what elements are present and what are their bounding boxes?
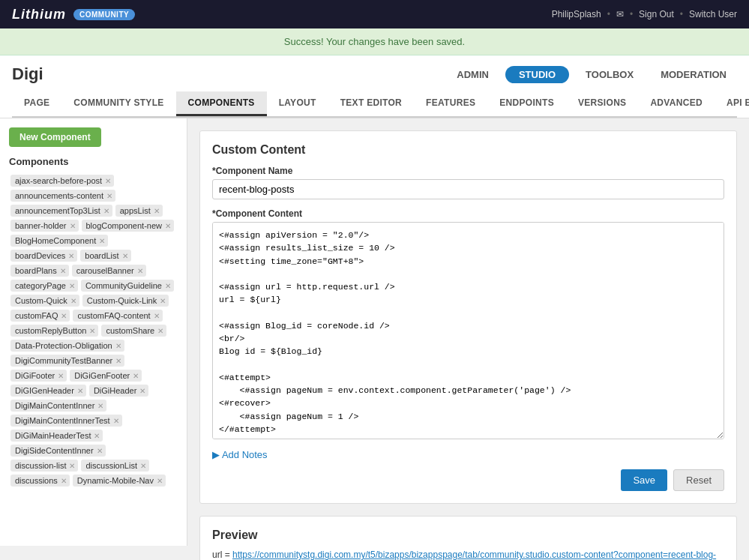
list-item[interactable]: Custom-Quick-Link✕	[82, 295, 169, 307]
list-item[interactable]: DiGiHeader✕	[89, 385, 148, 397]
remove-icon[interactable]: ✕	[97, 402, 103, 410]
list-item[interactable]: carouselBanner✕	[72, 265, 146, 277]
remove-icon[interactable]: ✕	[58, 372, 64, 380]
remove-icon[interactable]: ✕	[97, 447, 103, 455]
list-item[interactable]: appsList✕	[115, 205, 163, 217]
list-item[interactable]: DigiCommunityTestBanner✕	[10, 355, 124, 367]
reset-button[interactable]: Reset	[673, 469, 724, 491]
list-item[interactable]: BlogHomeComponent✕	[10, 235, 108, 247]
username: PhilipSplash	[552, 9, 601, 19]
signout-link[interactable]: Sign Out	[639, 9, 674, 19]
list-item[interactable]: customFAQ✕	[10, 310, 70, 322]
tab-community-style[interactable]: COMMUNITY STYLE	[61, 91, 175, 116]
remove-icon[interactable]: ✕	[165, 222, 171, 230]
tab-text-editor[interactable]: TEXT EDITOR	[328, 91, 414, 116]
list-item[interactable]: DigiSideContentInner✕	[10, 445, 106, 457]
remove-icon[interactable]: ✕	[77, 387, 83, 395]
list-item[interactable]: CommunityGuideline✕	[81, 280, 174, 292]
add-notes-toggle[interactable]: ▶ Add Notes	[212, 449, 724, 460]
tab-versions[interactable]: VERSIONS	[566, 91, 638, 116]
tab-components[interactable]: COMPONENTS	[176, 91, 267, 116]
remove-icon[interactable]: ✕	[103, 207, 109, 215]
list-item[interactable]: customReplyButton✕	[10, 325, 98, 337]
remove-icon[interactable]: ✕	[89, 327, 95, 335]
remove-icon[interactable]: ✕	[115, 342, 121, 350]
list-item[interactable]: blogComponent-new✕	[82, 220, 175, 232]
list-item[interactable]: Data-Protection-Obligation✕	[10, 340, 124, 352]
remove-icon[interactable]: ✕	[154, 312, 160, 320]
sidebar-section-title: Components	[9, 156, 178, 167]
list-item[interactable]: customShare✕	[101, 325, 166, 337]
component-content-textarea[interactable]	[212, 222, 724, 439]
list-item[interactable]: DiGiMainHeaderTest✕	[10, 430, 103, 442]
remove-icon[interactable]: ✕	[140, 462, 146, 470]
list-item[interactable]: DiGIGenHeader✕	[10, 385, 86, 397]
tab-features[interactable]: FEATURES	[414, 91, 487, 116]
custom-content-panel: Custom Content *Component Name *Componen…	[199, 130, 737, 504]
tab-layout[interactable]: LAYOUT	[267, 91, 328, 116]
remove-icon[interactable]: ✕	[113, 417, 119, 425]
remove-icon[interactable]: ✕	[69, 282, 75, 290]
preview-title: Preview	[212, 529, 724, 542]
remove-icon[interactable]: ✕	[69, 462, 75, 470]
remove-icon[interactable]: ✕	[106, 192, 112, 200]
remove-icon[interactable]: ✕	[105, 177, 111, 185]
list-item[interactable]: categoryPage✕	[10, 280, 78, 292]
tab-endpoints[interactable]: ENDPOINTS	[487, 91, 566, 116]
remove-icon[interactable]: ✕	[115, 357, 121, 365]
remove-icon[interactable]: ✕	[122, 252, 128, 260]
remove-icon[interactable]: ✕	[154, 207, 160, 215]
list-item[interactable]: boardDevices✕	[10, 250, 77, 262]
preview-url-link[interactable]: https://communitystg.digi.com.my/t5/biza…	[212, 550, 716, 560]
list-item[interactable]: announcementTop3List✕	[10, 205, 112, 217]
list-item[interactable]: ajax-search-before-post✕	[10, 175, 114, 187]
top-navigation: Lithium COMMUNITY PhilipSplash • ✉ • Sig…	[0, 0, 749, 28]
list-item[interactable]: DiGiGenFooter✕	[70, 370, 142, 382]
tab-api-browser[interactable]: API BROWSER	[715, 91, 749, 116]
new-component-button[interactable]: New Component	[9, 127, 101, 147]
remove-icon[interactable]: ✕	[133, 372, 139, 380]
studio-button[interactable]: STUDIO	[505, 66, 569, 83]
list-item[interactable]: DigiMainContentInnerTest✕	[10, 415, 122, 427]
remove-icon[interactable]: ✕	[70, 222, 76, 230]
remove-icon[interactable]: ✕	[60, 267, 66, 275]
tab-advanced[interactable]: ADVANCED	[638, 91, 715, 116]
tab-page[interactable]: PAGE	[12, 91, 61, 116]
list-item[interactable]: discussionList✕	[81, 460, 148, 472]
remove-icon[interactable]: ✕	[68, 252, 74, 260]
switch-user-link[interactable]: Switch User	[689, 9, 737, 19]
remove-icon[interactable]: ✕	[61, 477, 67, 485]
nav-left: Lithium COMMUNITY	[12, 7, 135, 22]
list-item[interactable]: DiGiFooter✕	[10, 370, 67, 382]
remove-icon[interactable]: ✕	[157, 327, 163, 335]
preview-panel: Preview url = https://communitystg.digi.…	[199, 516, 737, 560]
remove-icon[interactable]: ✕	[94, 432, 100, 440]
remove-icon[interactable]: ✕	[61, 312, 67, 320]
sidebar: New Component Components ajax-search-bef…	[0, 118, 187, 546]
remove-icon[interactable]: ✕	[70, 297, 76, 305]
list-item[interactable]: customFAQ-content✕	[73, 310, 162, 322]
list-item[interactable]: banner-holder✕	[10, 220, 79, 232]
save-button[interactable]: Save	[621, 469, 667, 491]
moderation-button[interactable]: MODERATION	[650, 66, 737, 83]
main-tabs: PAGE COMMUNITY STYLE COMPONENTS LAYOUT T…	[12, 91, 737, 118]
admin-button[interactable]: ADMIN	[446, 66, 499, 83]
remove-icon[interactable]: ✕	[99, 237, 105, 245]
preview-url: url = https://communitystg.digi.com.my/t…	[212, 550, 724, 560]
success-banner: Success! Your changes have been saved.	[0, 28, 749, 55]
component-name-input[interactable]	[212, 179, 724, 199]
list-item[interactable]: announcements-content✕	[10, 190, 115, 202]
toolbox-button[interactable]: TOOLBOX	[575, 66, 644, 83]
remove-icon[interactable]: ✕	[137, 267, 143, 275]
list-item[interactable]: discussion-list✕	[10, 460, 78, 472]
remove-icon[interactable]: ✕	[157, 477, 163, 485]
list-item[interactable]: DigiMainContentInner✕	[10, 400, 106, 412]
remove-icon[interactable]: ✕	[165, 282, 171, 290]
remove-icon[interactable]: ✕	[160, 297, 166, 305]
list-item[interactable]: Custom-Quick✕	[10, 295, 79, 307]
remove-icon[interactable]: ✕	[139, 387, 145, 395]
list-item[interactable]: discussions✕	[10, 475, 70, 487]
list-item[interactable]: boardList✕	[80, 250, 130, 262]
list-item[interactable]: Dynamic-Mobile-Nav✕	[73, 475, 166, 487]
list-item[interactable]: boardPlans✕	[10, 265, 69, 277]
